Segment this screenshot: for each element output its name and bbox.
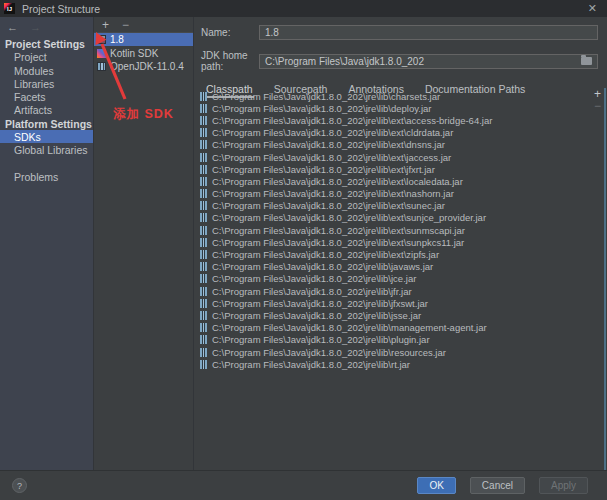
classpath-entry-path: C:\Program Files\Java\jdk1.8.0_202\jre\l… xyxy=(212,176,463,187)
classpath-entry-path: C:\Program Files\Java\jdk1.8.0_202\jre\l… xyxy=(212,347,446,358)
titlebar[interactable]: IJ Project Structure ✕ xyxy=(0,0,607,17)
sidebar-item-libraries[interactable]: Libraries xyxy=(0,77,93,90)
classpath-entry[interactable]: C:\Program Files\Java\jdk1.8.0_202\jre\l… xyxy=(194,188,607,200)
sidebar-item-global-libraries[interactable]: Global Libraries xyxy=(0,143,93,156)
classpath-entry[interactable]: C:\Program Files\Java\jdk1.8.0_202\jre\l… xyxy=(194,297,607,309)
classpath-entry[interactable]: C:\Program Files\Java\jdk1.8.0_202\jre\l… xyxy=(194,236,607,248)
kotlin-icon xyxy=(97,49,106,58)
jar-icon xyxy=(200,92,207,101)
classpath-entry-path: C:\Program Files\Java\jdk1.8.0_202\jre\l… xyxy=(212,322,487,333)
jar-icon xyxy=(200,250,207,259)
cancel-button[interactable]: Cancel xyxy=(470,477,525,494)
help-button[interactable]: ? xyxy=(12,478,27,493)
classpath-entry-path: C:\Program Files\Java\jdk1.8.0_202\jre\l… xyxy=(212,91,440,102)
jdk-home-input[interactable]: C:\Program Files\Java\jdk1.8.0_202 xyxy=(259,54,598,69)
jar-icon xyxy=(200,360,207,369)
classpath-entry[interactable]: C:\Program Files\Java\jdk1.8.0_202\jre\l… xyxy=(194,358,607,370)
sidebar-item-artifacts[interactable]: Artifacts xyxy=(0,103,93,116)
classpath-entry-path: C:\Program Files\Java\jdk1.8.0_202\jre\l… xyxy=(212,310,421,321)
jar-icon xyxy=(200,274,207,283)
classpath-entry[interactable]: C:\Program Files\Java\jdk1.8.0_202\jre\l… xyxy=(194,334,607,346)
classpath-entry[interactable]: C:\Program Files\Java\jdk1.8.0_202\jre\l… xyxy=(194,309,607,321)
sidebar-item-sdks[interactable]: SDKs xyxy=(0,130,93,143)
classpath-entry-path: C:\Program Files\Java\jdk1.8.0_202\jre\l… xyxy=(212,334,430,345)
classpath-entry[interactable]: C:\Program Files\Java\jdk1.8.0_202\jre\l… xyxy=(194,175,607,187)
jdk-home-value: C:\Program Files\Java\jdk1.8.0_202 xyxy=(265,56,424,67)
classpath-entry[interactable]: C:\Program Files\Java\jdk1.8.0_202\jre\l… xyxy=(194,102,607,114)
add-sdk-icon[interactable]: + xyxy=(102,20,109,30)
classpath-entry[interactable]: C:\Program Files\Java\jdk1.8.0_202\jre\l… xyxy=(194,322,607,334)
ok-button[interactable]: OK xyxy=(417,477,455,494)
jar-icon xyxy=(200,140,207,149)
classpath-entry[interactable]: C:\Program Files\Java\jdk1.8.0_202\jre\l… xyxy=(194,163,607,175)
classpath-entry[interactable]: C:\Program Files\Java\jdk1.8.0_202\jre\l… xyxy=(194,346,607,358)
classpath-entry[interactable]: C:\Program Files\Java\jdk1.8.0_202\jre\l… xyxy=(194,273,607,285)
classpath-entry-path: C:\Program Files\Java\jdk1.8.0_202\jre\l… xyxy=(212,200,445,211)
classpath-entry-path: C:\Program Files\Java\jdk1.8.0_202\jre\l… xyxy=(212,225,465,236)
classpath-entry[interactable]: C:\Program Files\Java\jdk1.8.0_202\jre\l… xyxy=(194,224,607,236)
sdk-item-label: 1.8 xyxy=(110,34,124,45)
classpath-entry-path: C:\Program Files\Java\jdk1.8.0_202\jre\l… xyxy=(212,249,439,260)
sidebar-item-modules[interactable]: Modules xyxy=(0,64,93,77)
name-value: 1.8 xyxy=(265,27,279,38)
classpath-entry-path: C:\Program Files\Java\jdk1.8.0_202\jre\l… xyxy=(212,188,454,199)
jar-icon xyxy=(200,153,207,162)
back-arrow-icon[interactable]: ← xyxy=(7,21,18,33)
classpath-entry[interactable]: C:\Program Files\Java\jdk1.8.0_202\jre\l… xyxy=(194,200,607,212)
project-settings-header: Project Settings xyxy=(0,37,93,50)
remove-path-icon: − xyxy=(594,101,601,112)
jar-icon xyxy=(200,189,207,198)
classpath-entry[interactable]: C:\Program Files\Java\jdk1.8.0_202\jre\l… xyxy=(194,285,607,297)
classpath-list: C:\Program Files\Java\jdk1.8.0_202\jre\l… xyxy=(194,88,607,470)
classpath-toolbar: + − xyxy=(594,89,601,112)
red-annotation-text: 添加 SDK xyxy=(113,106,174,123)
jar-icon xyxy=(200,287,207,296)
classpath-entry-path: C:\Program Files\Java\jdk1.8.0_202\jre\l… xyxy=(212,212,486,223)
classpath-entry[interactable]: C:\Program Files\Java\jdk1.8.0_202\jre\l… xyxy=(194,261,607,273)
jar-icon xyxy=(200,104,207,113)
name-input[interactable]: 1.8 xyxy=(259,25,598,40)
sidebar-item-problems[interactable]: Problems xyxy=(0,170,93,183)
sdk-item-label: OpenJDK-11.0.4 xyxy=(110,61,184,72)
jar-icon xyxy=(200,128,207,137)
sidebar-item-project[interactable]: Project xyxy=(0,50,93,63)
jar-icon xyxy=(200,213,207,222)
jar-icon xyxy=(200,165,207,174)
classpath-entry-path: C:\Program Files\Java\jdk1.8.0_202\jre\l… xyxy=(212,261,433,272)
sdk-item-1-8[interactable]: 1.8 xyxy=(94,33,193,46)
sdk-item-openjdk[interactable]: OpenJDK-11.0.4 xyxy=(94,60,193,73)
browse-folder-icon[interactable] xyxy=(581,57,592,65)
jar-icon xyxy=(200,311,207,320)
jdk-home-label: JDK home path: xyxy=(201,50,259,72)
classpath-entry-path: C:\Program Files\Java\jdk1.8.0_202\jre\l… xyxy=(212,103,431,114)
footer-buttons: OK Cancel Apply xyxy=(417,477,588,494)
classpath-entry[interactable]: C:\Program Files\Java\jdk1.8.0_202\jre\l… xyxy=(194,114,607,126)
remove-sdk-icon[interactable]: − xyxy=(122,20,129,30)
classpath-entry-path: C:\Program Files\Java\jdk1.8.0_202\jre\l… xyxy=(212,286,412,297)
classpath-entry[interactable]: C:\Program Files\Java\jdk1.8.0_202\jre\l… xyxy=(194,248,607,260)
classpath-entry-path: C:\Program Files\Java\jdk1.8.0_202\jre\l… xyxy=(212,237,464,248)
dialog-footer: ? OK Cancel Apply xyxy=(0,470,607,500)
jar-icon xyxy=(200,299,207,308)
classpath-entry[interactable]: C:\Program Files\Java\jdk1.8.0_202\jre\l… xyxy=(194,90,607,102)
classpath-entry-path: C:\Program Files\Java\jdk1.8.0_202\jre\l… xyxy=(212,115,492,126)
classpath-entry[interactable]: C:\Program Files\Java\jdk1.8.0_202\jre\l… xyxy=(194,127,607,139)
classpath-entry[interactable]: C:\Program Files\Java\jdk1.8.0_202\jre\l… xyxy=(194,212,607,224)
classpath-entry-path: C:\Program Files\Java\jdk1.8.0_202\jre\l… xyxy=(212,127,453,138)
sdk-item-kotlin[interactable]: Kotlin SDK xyxy=(94,46,193,59)
nav-arrows: ← → xyxy=(0,17,93,37)
jar-icon xyxy=(200,262,207,271)
classpath-entry[interactable]: C:\Program Files\Java\jdk1.8.0_202\jre\l… xyxy=(194,151,607,163)
classpath-entry[interactable]: C:\Program Files\Java\jdk1.8.0_202\jre\l… xyxy=(194,139,607,151)
classpath-scrollbar[interactable] xyxy=(604,88,606,470)
close-icon[interactable]: ✕ xyxy=(588,2,597,15)
sidebar-item-facets[interactable]: Facets xyxy=(0,90,93,103)
settings-sidebar: ← → Project Settings Project Modules Lib… xyxy=(0,17,93,470)
forward-arrow-icon: → xyxy=(30,21,41,33)
jar-icon xyxy=(200,226,207,235)
jar-icon xyxy=(200,348,207,357)
apply-button: Apply xyxy=(539,477,588,494)
dialog-title: Project Structure xyxy=(22,3,100,15)
name-label: Name: xyxy=(201,27,259,38)
jar-icon xyxy=(200,335,207,344)
